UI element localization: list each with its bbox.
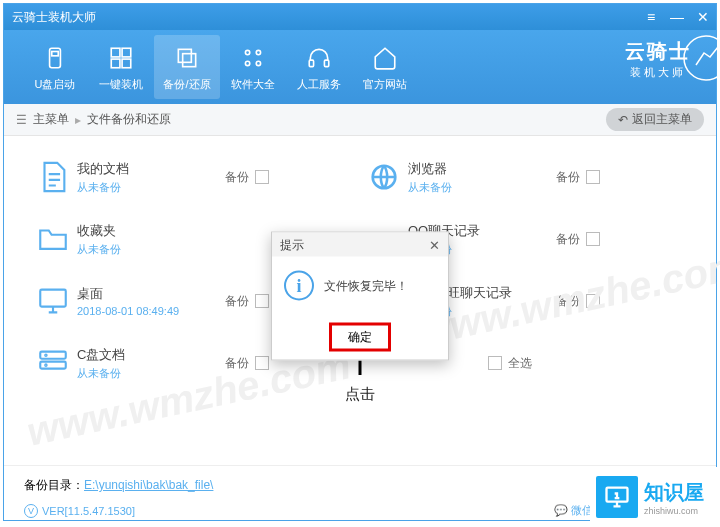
- folder-icon: [29, 222, 77, 256]
- breadcrumb: ☰ 主菜单 ▸ 文件备份和还原 ↶ 返回主菜单: [4, 104, 716, 136]
- item-documents: 我的文档从未备份 备份: [29, 146, 360, 208]
- svg-rect-4: [111, 59, 120, 68]
- ie-icon: [360, 160, 408, 194]
- svg-rect-18: [40, 362, 66, 369]
- backup-link[interactable]: 从未备份: [77, 366, 217, 381]
- list-icon: ☰: [16, 113, 27, 127]
- titlebar: 云骑士装机大师 ≡ — ✕: [4, 4, 716, 30]
- content-area: www.wmzhe.com www.wmzhe.com 我的文档从未备份 备份 …: [4, 136, 716, 456]
- checkbox[interactable]: [586, 294, 600, 308]
- selectall-checkbox[interactable]: [488, 356, 502, 370]
- backup-link[interactable]: 从未备份: [77, 242, 217, 257]
- close-button[interactable]: ✕: [690, 4, 716, 30]
- svg-rect-3: [122, 48, 131, 57]
- crumb-current: 文件备份和还原: [87, 111, 171, 128]
- checkbox[interactable]: [255, 170, 269, 184]
- checkbox[interactable]: [255, 294, 269, 308]
- nav-software[interactable]: 软件大全: [220, 35, 286, 99]
- brand-logo: 云骑士 装机大师: [625, 38, 691, 80]
- svg-rect-6: [178, 49, 191, 62]
- info-icon: i: [284, 271, 314, 301]
- minimize-button[interactable]: —: [664, 4, 690, 30]
- svg-point-9: [256, 50, 260, 54]
- svg-rect-5: [122, 59, 131, 68]
- svg-rect-1: [52, 51, 59, 55]
- backup-link[interactable]: 从未备份: [408, 180, 548, 195]
- svg-rect-16: [40, 290, 66, 307]
- svg-point-10: [245, 61, 249, 65]
- site-logo: 知识屋zhishiwu.com: [590, 467, 720, 527]
- svg-rect-13: [324, 60, 328, 66]
- svg-rect-12: [309, 60, 313, 66]
- backup-link[interactable]: 从未备份: [77, 180, 217, 195]
- windows-icon: [106, 43, 136, 73]
- nav-header: U盘启动 一键装机 备份/还原 软件大全 人工服务 官方网站: [4, 30, 716, 104]
- nav-install[interactable]: 一键装机: [88, 35, 154, 99]
- item-browser: 浏览器从未备份 备份: [360, 146, 691, 208]
- ok-button[interactable]: 确定: [329, 323, 391, 352]
- nav-backup[interactable]: 备份/还原: [154, 35, 220, 99]
- headset-icon: [304, 43, 334, 73]
- svg-rect-17: [40, 352, 66, 359]
- svg-point-19: [45, 355, 46, 356]
- dialog: 提示✕ i 文件恢复完毕！ 确定: [271, 232, 449, 361]
- home-icon: [370, 43, 400, 73]
- apps-icon: [238, 43, 268, 73]
- checkbox[interactable]: [255, 356, 269, 370]
- copy-icon: [172, 43, 202, 73]
- nav-usb[interactable]: U盘启动: [22, 35, 88, 99]
- svg-point-14: [684, 36, 720, 80]
- document-icon: [29, 160, 77, 194]
- svg-point-11: [256, 61, 260, 65]
- svg-rect-7: [183, 53, 196, 66]
- version-text: VER[11.5.47.1530]: [42, 505, 135, 517]
- svg-rect-2: [111, 48, 120, 57]
- dir-path-link[interactable]: E:\yunqishi\bak\bak_file\: [84, 478, 213, 492]
- monitor-logo-icon: [596, 476, 638, 518]
- svg-point-8: [245, 50, 249, 54]
- backup-link[interactable]: 2018-08-01 08:49:49: [77, 305, 217, 317]
- app-title: 云骑士装机大师: [12, 9, 96, 26]
- version-icon: V: [24, 504, 38, 518]
- checkbox[interactable]: [586, 232, 600, 246]
- monitor-icon: [29, 284, 77, 318]
- dialog-message: 文件恢复完毕！: [324, 277, 408, 294]
- back-button[interactable]: ↶ 返回主菜单: [606, 108, 704, 131]
- server-icon: [29, 346, 77, 380]
- checkbox[interactable]: [586, 170, 600, 184]
- crumb-root[interactable]: 主菜单: [33, 111, 69, 128]
- usb-icon: [40, 43, 70, 73]
- menu-icon[interactable]: ≡: [638, 4, 664, 30]
- dialog-close-icon[interactable]: ✕: [429, 237, 440, 252]
- svg-point-20: [45, 364, 46, 365]
- dialog-title: 提示: [280, 236, 304, 253]
- dir-label: 备份目录：: [24, 477, 84, 494]
- nav-website[interactable]: 官方网站: [352, 35, 418, 99]
- nav-service[interactable]: 人工服务: [286, 35, 352, 99]
